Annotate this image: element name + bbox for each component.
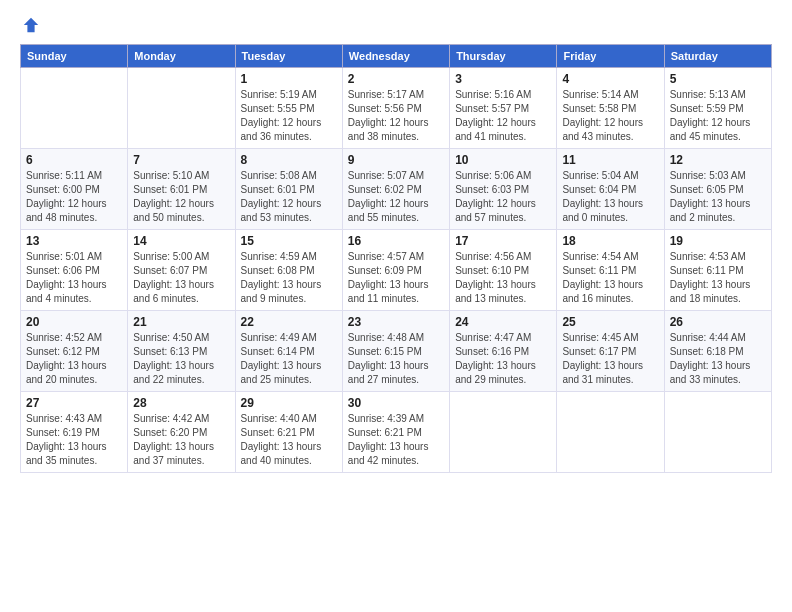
day-number: 5 — [670, 72, 766, 86]
day-info: Sunrise: 4:43 AMSunset: 6:19 PMDaylight:… — [26, 412, 122, 468]
day-info: Sunrise: 5:10 AMSunset: 6:01 PMDaylight:… — [133, 169, 229, 225]
calendar-header-row: SundayMondayTuesdayWednesdayThursdayFrid… — [21, 45, 772, 68]
calendar-header-wednesday: Wednesday — [342, 45, 449, 68]
svg-marker-0 — [24, 18, 38, 32]
calendar-cell — [557, 392, 664, 473]
day-info: Sunrise: 4:50 AMSunset: 6:13 PMDaylight:… — [133, 331, 229, 387]
day-number: 14 — [133, 234, 229, 248]
day-info: Sunrise: 4:54 AMSunset: 6:11 PMDaylight:… — [562, 250, 658, 306]
calendar-cell: 6Sunrise: 5:11 AMSunset: 6:00 PMDaylight… — [21, 149, 128, 230]
day-info: Sunrise: 4:52 AMSunset: 6:12 PMDaylight:… — [26, 331, 122, 387]
day-number: 22 — [241, 315, 337, 329]
day-number: 28 — [133, 396, 229, 410]
day-info: Sunrise: 5:01 AMSunset: 6:06 PMDaylight:… — [26, 250, 122, 306]
calendar-header-saturday: Saturday — [664, 45, 771, 68]
day-info: Sunrise: 4:56 AMSunset: 6:10 PMDaylight:… — [455, 250, 551, 306]
calendar-cell: 17Sunrise: 4:56 AMSunset: 6:10 PMDayligh… — [450, 230, 557, 311]
day-number: 10 — [455, 153, 551, 167]
calendar-cell: 18Sunrise: 4:54 AMSunset: 6:11 PMDayligh… — [557, 230, 664, 311]
calendar-cell: 25Sunrise: 4:45 AMSunset: 6:17 PMDayligh… — [557, 311, 664, 392]
calendar-cell: 11Sunrise: 5:04 AMSunset: 6:04 PMDayligh… — [557, 149, 664, 230]
calendar-header-thursday: Thursday — [450, 45, 557, 68]
day-number: 9 — [348, 153, 444, 167]
day-number: 4 — [562, 72, 658, 86]
day-number: 1 — [241, 72, 337, 86]
day-number: 27 — [26, 396, 122, 410]
calendar-cell: 26Sunrise: 4:44 AMSunset: 6:18 PMDayligh… — [664, 311, 771, 392]
day-info: Sunrise: 4:48 AMSunset: 6:15 PMDaylight:… — [348, 331, 444, 387]
day-number: 2 — [348, 72, 444, 86]
day-number: 7 — [133, 153, 229, 167]
calendar-cell: 15Sunrise: 4:59 AMSunset: 6:08 PMDayligh… — [235, 230, 342, 311]
day-info: Sunrise: 4:53 AMSunset: 6:11 PMDaylight:… — [670, 250, 766, 306]
day-info: Sunrise: 4:39 AMSunset: 6:21 PMDaylight:… — [348, 412, 444, 468]
calendar-cell: 5Sunrise: 5:13 AMSunset: 5:59 PMDaylight… — [664, 68, 771, 149]
day-info: Sunrise: 5:06 AMSunset: 6:03 PMDaylight:… — [455, 169, 551, 225]
day-number: 11 — [562, 153, 658, 167]
day-number: 21 — [133, 315, 229, 329]
day-info: Sunrise: 4:45 AMSunset: 6:17 PMDaylight:… — [562, 331, 658, 387]
day-info: Sunrise: 5:08 AMSunset: 6:01 PMDaylight:… — [241, 169, 337, 225]
day-info: Sunrise: 4:59 AMSunset: 6:08 PMDaylight:… — [241, 250, 337, 306]
page: SundayMondayTuesdayWednesdayThursdayFrid… — [0, 0, 792, 612]
day-info: Sunrise: 5:03 AMSunset: 6:05 PMDaylight:… — [670, 169, 766, 225]
calendar-cell: 10Sunrise: 5:06 AMSunset: 6:03 PMDayligh… — [450, 149, 557, 230]
day-number: 25 — [562, 315, 658, 329]
calendar-cell: 20Sunrise: 4:52 AMSunset: 6:12 PMDayligh… — [21, 311, 128, 392]
logo-icon — [22, 16, 40, 34]
calendar-cell: 21Sunrise: 4:50 AMSunset: 6:13 PMDayligh… — [128, 311, 235, 392]
calendar-week-0: 1Sunrise: 5:19 AMSunset: 5:55 PMDaylight… — [21, 68, 772, 149]
calendar-cell: 27Sunrise: 4:43 AMSunset: 6:19 PMDayligh… — [21, 392, 128, 473]
calendar-cell: 22Sunrise: 4:49 AMSunset: 6:14 PMDayligh… — [235, 311, 342, 392]
calendar-cell: 3Sunrise: 5:16 AMSunset: 5:57 PMDaylight… — [450, 68, 557, 149]
day-number: 20 — [26, 315, 122, 329]
day-info: Sunrise: 4:40 AMSunset: 6:21 PMDaylight:… — [241, 412, 337, 468]
day-number: 24 — [455, 315, 551, 329]
day-number: 19 — [670, 234, 766, 248]
calendar-cell — [664, 392, 771, 473]
calendar-header-tuesday: Tuesday — [235, 45, 342, 68]
day-number: 12 — [670, 153, 766, 167]
day-info: Sunrise: 4:47 AMSunset: 6:16 PMDaylight:… — [455, 331, 551, 387]
header — [20, 16, 772, 34]
calendar-cell: 2Sunrise: 5:17 AMSunset: 5:56 PMDaylight… — [342, 68, 449, 149]
calendar-cell: 16Sunrise: 4:57 AMSunset: 6:09 PMDayligh… — [342, 230, 449, 311]
calendar-week-2: 13Sunrise: 5:01 AMSunset: 6:06 PMDayligh… — [21, 230, 772, 311]
calendar-cell: 28Sunrise: 4:42 AMSunset: 6:20 PMDayligh… — [128, 392, 235, 473]
calendar-cell: 23Sunrise: 4:48 AMSunset: 6:15 PMDayligh… — [342, 311, 449, 392]
day-number: 18 — [562, 234, 658, 248]
calendar-header-friday: Friday — [557, 45, 664, 68]
day-info: Sunrise: 4:42 AMSunset: 6:20 PMDaylight:… — [133, 412, 229, 468]
calendar-cell: 9Sunrise: 5:07 AMSunset: 6:02 PMDaylight… — [342, 149, 449, 230]
calendar-cell: 14Sunrise: 5:00 AMSunset: 6:07 PMDayligh… — [128, 230, 235, 311]
calendar-header-sunday: Sunday — [21, 45, 128, 68]
day-info: Sunrise: 4:44 AMSunset: 6:18 PMDaylight:… — [670, 331, 766, 387]
day-number: 8 — [241, 153, 337, 167]
day-info: Sunrise: 5:19 AMSunset: 5:55 PMDaylight:… — [241, 88, 337, 144]
day-number: 13 — [26, 234, 122, 248]
day-info: Sunrise: 5:17 AMSunset: 5:56 PMDaylight:… — [348, 88, 444, 144]
day-info: Sunrise: 5:11 AMSunset: 6:00 PMDaylight:… — [26, 169, 122, 225]
calendar-week-4: 27Sunrise: 4:43 AMSunset: 6:19 PMDayligh… — [21, 392, 772, 473]
day-number: 6 — [26, 153, 122, 167]
day-info: Sunrise: 5:00 AMSunset: 6:07 PMDaylight:… — [133, 250, 229, 306]
calendar-week-3: 20Sunrise: 4:52 AMSunset: 6:12 PMDayligh… — [21, 311, 772, 392]
calendar-cell: 4Sunrise: 5:14 AMSunset: 5:58 PMDaylight… — [557, 68, 664, 149]
calendar-cell: 12Sunrise: 5:03 AMSunset: 6:05 PMDayligh… — [664, 149, 771, 230]
calendar-week-1: 6Sunrise: 5:11 AMSunset: 6:00 PMDaylight… — [21, 149, 772, 230]
calendar-cell: 29Sunrise: 4:40 AMSunset: 6:21 PMDayligh… — [235, 392, 342, 473]
day-info: Sunrise: 5:13 AMSunset: 5:59 PMDaylight:… — [670, 88, 766, 144]
day-info: Sunrise: 5:07 AMSunset: 6:02 PMDaylight:… — [348, 169, 444, 225]
logo — [20, 16, 40, 34]
calendar-header-monday: Monday — [128, 45, 235, 68]
day-info: Sunrise: 4:57 AMSunset: 6:09 PMDaylight:… — [348, 250, 444, 306]
calendar-cell — [21, 68, 128, 149]
day-info: Sunrise: 5:14 AMSunset: 5:58 PMDaylight:… — [562, 88, 658, 144]
calendar-table: SundayMondayTuesdayWednesdayThursdayFrid… — [20, 44, 772, 473]
calendar-cell: 13Sunrise: 5:01 AMSunset: 6:06 PMDayligh… — [21, 230, 128, 311]
calendar-cell: 24Sunrise: 4:47 AMSunset: 6:16 PMDayligh… — [450, 311, 557, 392]
day-number: 23 — [348, 315, 444, 329]
day-info: Sunrise: 5:04 AMSunset: 6:04 PMDaylight:… — [562, 169, 658, 225]
calendar-cell: 8Sunrise: 5:08 AMSunset: 6:01 PMDaylight… — [235, 149, 342, 230]
day-number: 17 — [455, 234, 551, 248]
